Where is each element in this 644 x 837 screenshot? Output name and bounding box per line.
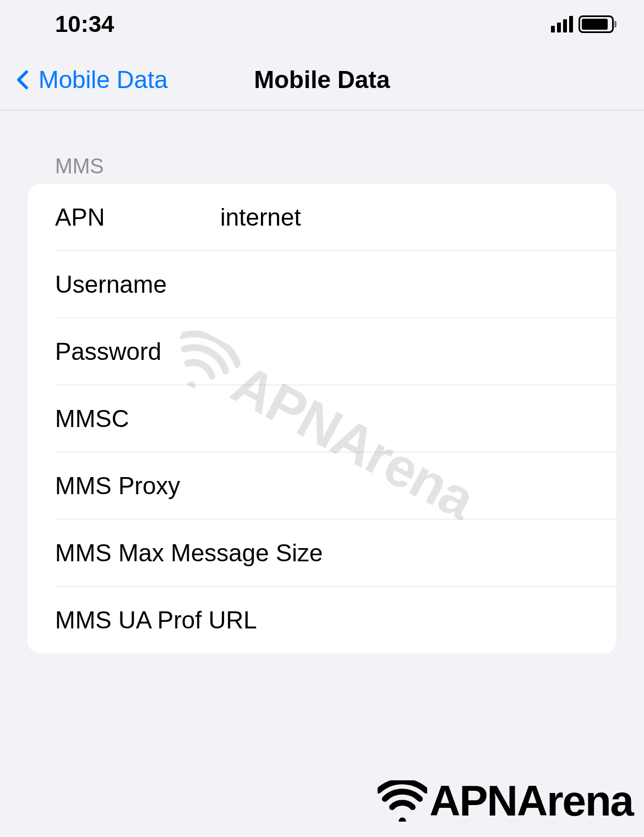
password-label: Password xyxy=(55,338,220,365)
back-button[interactable]: Mobile Data xyxy=(17,66,168,94)
mms-max-size-label: MMS Max Message Size xyxy=(55,539,323,567)
footer-brand: APNArena xyxy=(378,776,633,826)
cellular-signal-icon xyxy=(551,16,573,32)
section-header-mms: MMS xyxy=(28,111,616,184)
mmsc-input[interactable] xyxy=(220,405,616,433)
navigation-bar: Mobile Data Mobile Data xyxy=(0,44,644,111)
mms-max-size-input[interactable] xyxy=(323,539,616,567)
footer-brand-text: APNArena xyxy=(429,776,633,826)
settings-group-mms: APN Username Password MMSC MMS Proxy MMS… xyxy=(28,184,616,654)
password-row[interactable]: Password xyxy=(28,318,616,385)
wifi-icon xyxy=(378,780,427,822)
mms-ua-prof-input[interactable] xyxy=(257,606,616,634)
status-icons xyxy=(551,15,616,33)
apn-label: APN xyxy=(55,204,220,231)
back-label: Mobile Data xyxy=(39,66,168,94)
mms-proxy-label: MMS Proxy xyxy=(55,472,220,500)
mmsc-label: MMSC xyxy=(55,405,220,433)
password-input[interactable] xyxy=(220,338,616,365)
apn-row[interactable]: APN xyxy=(28,184,616,251)
battery-icon xyxy=(578,15,616,33)
content-area: MMS APN Username Password MMSC MMS Proxy… xyxy=(0,111,644,654)
mms-ua-prof-label: MMS UA Prof URL xyxy=(55,606,257,634)
mms-proxy-input[interactable] xyxy=(220,472,616,500)
status-bar: 10:34 xyxy=(0,0,644,44)
username-label: Username xyxy=(55,271,220,298)
username-row[interactable]: Username xyxy=(28,251,616,318)
mms-ua-prof-row[interactable]: MMS UA Prof URL xyxy=(28,587,616,654)
status-time: 10:34 xyxy=(55,11,114,37)
mms-max-size-row[interactable]: MMS Max Message Size xyxy=(28,519,616,587)
mmsc-row[interactable]: MMSC xyxy=(28,385,616,452)
apn-input[interactable] xyxy=(220,204,616,231)
username-input[interactable] xyxy=(220,271,616,298)
chevron-left-icon xyxy=(17,70,29,90)
mms-proxy-row[interactable]: MMS Proxy xyxy=(28,452,616,519)
